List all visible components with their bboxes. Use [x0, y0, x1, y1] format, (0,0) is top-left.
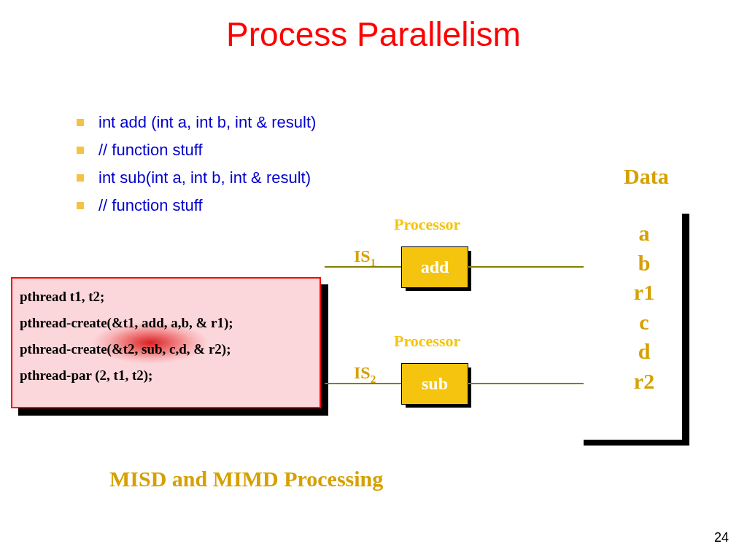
data-bracket-vertical [682, 214, 689, 446]
caption: MISD and MIMD Processing [109, 467, 383, 491]
list-item: int sub(int a, int b, int & result) [77, 168, 316, 187]
processor-add-box: add [401, 246, 468, 288]
code-line: pthread-par (2, t1, t2); [20, 368, 312, 384]
bullet-text: int add (int a, int b, int & result) [98, 113, 316, 132]
bullet-icon [77, 119, 84, 126]
line-is1-right [467, 266, 584, 268]
line-is2-right [467, 383, 584, 384]
data-heading: Data [624, 164, 669, 189]
code-box: pthread t1, t2; pthread-create(&t1, add,… [11, 277, 321, 408]
processor-label-2: Processor [394, 332, 460, 351]
line-is1-left [325, 266, 401, 268]
processor-sub-box: sub [401, 363, 468, 405]
data-item: b [615, 249, 673, 279]
bullet-list: int add (int a, int b, int & result) // … [77, 113, 316, 224]
data-column: a b r1 c d r2 [615, 219, 673, 396]
code-line: pthread-create(&t2, sub, c,d, & r2); [20, 341, 312, 357]
data-item: a [615, 219, 673, 249]
bullet-text: // function stuff [98, 141, 203, 160]
data-item: c [615, 308, 673, 338]
list-item: int add (int a, int b, int & result) [77, 113, 316, 132]
line-is2-left [325, 383, 401, 384]
bullet-text: // function stuff [98, 196, 203, 215]
code-line: pthread t1, t2; [20, 289, 312, 305]
code-line: pthread-create(&t1, add, a,b, & r1); [20, 315, 312, 331]
data-item: r2 [615, 367, 673, 397]
bullet-text: int sub(int a, int b, int & result) [98, 168, 311, 187]
data-bracket-horizontal [584, 440, 689, 446]
bullet-icon [77, 147, 84, 154]
processor-label-1: Processor [394, 215, 460, 234]
slide-title: Process Parallelism [0, 15, 747, 54]
list-item: // function stuff [77, 196, 316, 215]
page-number: 24 [714, 530, 729, 545]
data-item: d [615, 337, 673, 367]
list-item: // function stuff [77, 141, 316, 160]
bullet-icon [77, 174, 84, 182]
data-item: r1 [615, 278, 673, 308]
bullet-icon [77, 202, 84, 209]
